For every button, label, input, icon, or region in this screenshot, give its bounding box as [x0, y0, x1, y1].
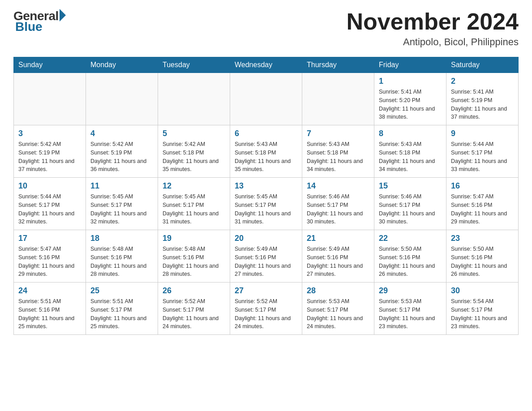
week-row-3: 10Sunrise: 5:44 AM Sunset: 5:17 PM Dayli… [14, 178, 519, 230]
day-info: Sunrise: 5:46 AM Sunset: 5:17 PM Dayligh… [379, 193, 442, 226]
day-info: Sunrise: 5:51 AM Sunset: 5:16 PM Dayligh… [18, 297, 81, 331]
calendar-cell: 16Sunrise: 5:47 AM Sunset: 5:16 PM Dayli… [446, 178, 519, 230]
calendar-cell: 2Sunrise: 5:41 AM Sunset: 5:19 PM Daylig… [446, 73, 519, 125]
day-info: Sunrise: 5:49 AM Sunset: 5:16 PM Dayligh… [307, 245, 369, 278]
day-number: 8 [379, 129, 442, 138]
calendar-header-row: SundayMondayTuesdayWednesdayThursdayFrid… [14, 57, 519, 73]
day-header-monday: Monday [86, 57, 158, 73]
day-number: 2 [451, 77, 514, 86]
logo: General Blue [13, 9, 66, 34]
day-number: 10 [18, 181, 81, 191]
calendar-table: SundayMondayTuesdayWednesdayThursdayFrid… [13, 57, 519, 335]
month-title: November 2024 [347, 9, 519, 34]
day-info: Sunrise: 5:48 AM Sunset: 5:16 PM Dayligh… [163, 245, 225, 278]
day-info: Sunrise: 5:41 AM Sunset: 5:19 PM Dayligh… [451, 88, 514, 121]
logo-blue-text: Blue [15, 20, 43, 34]
day-info: Sunrise: 5:54 AM Sunset: 5:17 PM Dayligh… [451, 297, 514, 331]
day-number: 6 [235, 129, 297, 138]
day-info: Sunrise: 5:52 AM Sunset: 5:17 PM Dayligh… [163, 297, 225, 331]
day-info: Sunrise: 5:44 AM Sunset: 5:17 PM Dayligh… [451, 140, 514, 174]
day-header-tuesday: Tuesday [158, 57, 230, 73]
day-number: 22 [379, 234, 442, 243]
calendar-cell: 28Sunrise: 5:53 AM Sunset: 5:17 PM Dayli… [302, 283, 374, 335]
day-info: Sunrise: 5:47 AM Sunset: 5:16 PM Dayligh… [451, 193, 514, 226]
day-number: 26 [163, 286, 225, 295]
day-info: Sunrise: 5:50 AM Sunset: 5:16 PM Dayligh… [379, 245, 442, 278]
day-info: Sunrise: 5:53 AM Sunset: 5:17 PM Dayligh… [379, 297, 442, 331]
calendar-cell: 13Sunrise: 5:45 AM Sunset: 5:17 PM Dayli… [230, 178, 302, 230]
day-number: 28 [307, 286, 369, 295]
day-info: Sunrise: 5:48 AM Sunset: 5:16 PM Dayligh… [90, 245, 153, 278]
title-section: November 2024 Antipolo, Bicol, Philippin… [347, 9, 519, 48]
day-header-thursday: Thursday [302, 57, 374, 73]
calendar-cell: 8Sunrise: 5:43 AM Sunset: 5:18 PM Daylig… [374, 125, 446, 178]
calendar-cell: 27Sunrise: 5:52 AM Sunset: 5:17 PM Dayli… [230, 283, 302, 335]
week-row-2: 3Sunrise: 5:42 AM Sunset: 5:19 PM Daylig… [14, 125, 519, 178]
calendar-cell: 23Sunrise: 5:50 AM Sunset: 5:16 PM Dayli… [446, 230, 519, 283]
week-row-5: 24Sunrise: 5:51 AM Sunset: 5:16 PM Dayli… [14, 283, 519, 335]
week-row-4: 17Sunrise: 5:47 AM Sunset: 5:16 PM Dayli… [14, 230, 519, 283]
calendar-cell [14, 73, 86, 125]
day-info: Sunrise: 5:45 AM Sunset: 5:17 PM Dayligh… [90, 193, 153, 226]
day-info: Sunrise: 5:47 AM Sunset: 5:16 PM Dayligh… [18, 245, 81, 278]
day-number: 25 [90, 286, 153, 295]
calendar-cell: 6Sunrise: 5:43 AM Sunset: 5:18 PM Daylig… [230, 125, 302, 178]
day-info: Sunrise: 5:42 AM Sunset: 5:19 PM Dayligh… [18, 140, 81, 174]
day-number: 29 [379, 286, 442, 295]
day-info: Sunrise: 5:53 AM Sunset: 5:17 PM Dayligh… [307, 297, 369, 331]
calendar-cell: 11Sunrise: 5:45 AM Sunset: 5:17 PM Dayli… [86, 178, 158, 230]
calendar-cell: 25Sunrise: 5:51 AM Sunset: 5:17 PM Dayli… [86, 283, 158, 335]
day-info: Sunrise: 5:41 AM Sunset: 5:20 PM Dayligh… [379, 88, 442, 121]
day-number: 21 [307, 234, 369, 243]
calendar-cell: 14Sunrise: 5:46 AM Sunset: 5:17 PM Dayli… [302, 178, 374, 230]
calendar-cell: 20Sunrise: 5:49 AM Sunset: 5:16 PM Dayli… [230, 230, 302, 283]
day-number: 13 [235, 181, 297, 191]
day-number: 12 [163, 181, 225, 191]
day-number: 24 [18, 286, 81, 295]
calendar-cell: 5Sunrise: 5:42 AM Sunset: 5:18 PM Daylig… [158, 125, 230, 178]
calendar-cell [86, 73, 158, 125]
calendar-cell: 30Sunrise: 5:54 AM Sunset: 5:17 PM Dayli… [446, 283, 519, 335]
calendar-cell: 22Sunrise: 5:50 AM Sunset: 5:16 PM Dayli… [374, 230, 446, 283]
day-info: Sunrise: 5:51 AM Sunset: 5:17 PM Dayligh… [90, 297, 153, 331]
day-number: 15 [379, 181, 442, 191]
day-number: 7 [307, 129, 369, 138]
calendar-cell: 9Sunrise: 5:44 AM Sunset: 5:17 PM Daylig… [446, 125, 519, 178]
logo-arrow-icon [60, 9, 66, 21]
calendar-cell: 3Sunrise: 5:42 AM Sunset: 5:19 PM Daylig… [14, 125, 86, 178]
calendar-cell: 10Sunrise: 5:44 AM Sunset: 5:17 PM Dayli… [14, 178, 86, 230]
week-row-1: 1Sunrise: 5:41 AM Sunset: 5:20 PM Daylig… [14, 73, 519, 125]
day-header-wednesday: Wednesday [230, 57, 302, 73]
day-number: 3 [18, 129, 81, 138]
day-number: 17 [18, 234, 81, 243]
calendar-cell: 26Sunrise: 5:52 AM Sunset: 5:17 PM Dayli… [158, 283, 230, 335]
calendar-cell: 4Sunrise: 5:42 AM Sunset: 5:19 PM Daylig… [86, 125, 158, 178]
day-number: 19 [163, 234, 225, 243]
day-number: 30 [451, 286, 514, 295]
day-info: Sunrise: 5:49 AM Sunset: 5:16 PM Dayligh… [235, 245, 297, 278]
day-info: Sunrise: 5:42 AM Sunset: 5:19 PM Dayligh… [90, 140, 153, 174]
day-info: Sunrise: 5:45 AM Sunset: 5:17 PM Dayligh… [235, 193, 297, 226]
day-info: Sunrise: 5:43 AM Sunset: 5:18 PM Dayligh… [379, 140, 442, 174]
calendar-cell: 17Sunrise: 5:47 AM Sunset: 5:16 PM Dayli… [14, 230, 86, 283]
calendar-cell: 29Sunrise: 5:53 AM Sunset: 5:17 PM Dayli… [374, 283, 446, 335]
day-number: 11 [90, 181, 153, 191]
day-info: Sunrise: 5:43 AM Sunset: 5:18 PM Dayligh… [307, 140, 369, 174]
day-info: Sunrise: 5:42 AM Sunset: 5:18 PM Dayligh… [163, 140, 225, 174]
calendar-cell: 7Sunrise: 5:43 AM Sunset: 5:18 PM Daylig… [302, 125, 374, 178]
day-header-saturday: Saturday [446, 57, 519, 73]
day-number: 27 [235, 286, 297, 295]
day-info: Sunrise: 5:50 AM Sunset: 5:16 PM Dayligh… [451, 245, 514, 278]
day-info: Sunrise: 5:44 AM Sunset: 5:17 PM Dayligh… [18, 193, 81, 226]
calendar-cell: 1Sunrise: 5:41 AM Sunset: 5:20 PM Daylig… [374, 73, 446, 125]
calendar-cell: 21Sunrise: 5:49 AM Sunset: 5:16 PM Dayli… [302, 230, 374, 283]
calendar-cell: 12Sunrise: 5:45 AM Sunset: 5:17 PM Dayli… [158, 178, 230, 230]
calendar-cell: 18Sunrise: 5:48 AM Sunset: 5:16 PM Dayli… [86, 230, 158, 283]
day-info: Sunrise: 5:52 AM Sunset: 5:17 PM Dayligh… [235, 297, 297, 331]
day-info: Sunrise: 5:43 AM Sunset: 5:18 PM Dayligh… [235, 140, 297, 174]
day-number: 1 [379, 77, 442, 86]
calendar-cell: 19Sunrise: 5:48 AM Sunset: 5:16 PM Dayli… [158, 230, 230, 283]
day-info: Sunrise: 5:45 AM Sunset: 5:17 PM Dayligh… [163, 193, 225, 226]
page-header: General Blue November 2024 Antipolo, Bic… [13, 9, 519, 48]
location-text: Antipolo, Bicol, Philippines [347, 36, 519, 48]
